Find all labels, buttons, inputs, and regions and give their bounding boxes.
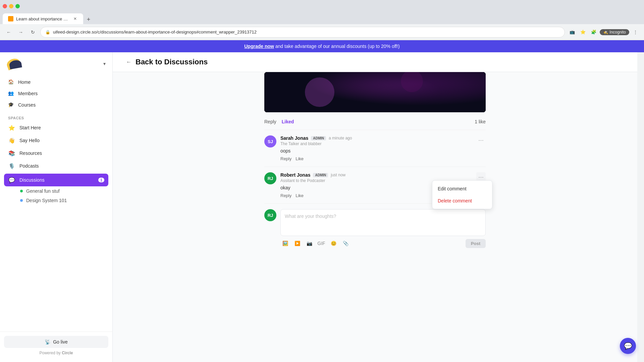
go-live-btn[interactable]: 📡 Go live	[4, 336, 108, 348]
forward-btn[interactable]: →	[16, 27, 25, 37]
design-system-label: Design System 101	[26, 198, 67, 203]
extensions-icon[interactable]: 🧩	[589, 27, 598, 37]
cast-icon[interactable]: 📺	[568, 27, 577, 37]
edit-comment-btn[interactable]: Edit comment	[432, 183, 492, 195]
tab-favicon	[8, 16, 13, 21]
discussions-icon: 💬	[8, 176, 15, 184]
nav-bar: ← → ↻ 🔒 uifeed-design.circle.so/c/discus…	[0, 24, 644, 40]
minimize-window-btn[interactable]	[9, 4, 13, 8]
incognito-label: Incognito	[609, 30, 626, 35]
members-label: Members	[18, 91, 38, 96]
home-icon: 🏠	[8, 79, 14, 85]
back-btn[interactable]: ←	[4, 27, 13, 37]
liked-link[interactable]: Liked	[282, 119, 294, 124]
new-tab-btn[interactable]: +	[84, 15, 93, 24]
page-title: Back to Discussions	[136, 58, 208, 66]
toolbar-attach-icon[interactable]: 📎	[341, 239, 350, 248]
sidebar-item-resources[interactable]: 📚 Resources	[4, 147, 108, 160]
comment-input-wrapper: What are your thoughts? 🖼️ ▶️ 📷 GIF 😊 📎 …	[280, 209, 486, 248]
chat-icon: 💬	[624, 342, 632, 350]
chat-fab[interactable]: 💬	[620, 338, 636, 354]
comment-toolbar: 🖼️ ▶️ 📷 GIF 😊 📎 Post	[280, 239, 486, 248]
sidebar-item-members[interactable]: 👥 Members	[4, 88, 108, 99]
maximize-window-btn[interactable]	[15, 4, 20, 8]
comment-placeholder: What are your thoughts?	[285, 214, 481, 219]
sidebar-sub-general[interactable]: General fun stuf	[4, 186, 108, 196]
delete-comment-btn[interactable]: Delete comment	[432, 195, 492, 207]
refresh-btn[interactable]: ↻	[28, 27, 38, 37]
sidebar-item-home[interactable]: 🏠 Home	[4, 76, 108, 88]
toolbar-image-icon[interactable]: 🖼️	[280, 239, 290, 248]
sidebar-collapse-btn[interactable]: ▾	[103, 61, 106, 66]
svg-rect-2	[264, 72, 486, 112]
comment-textarea[interactable]: What are your thoughts?	[280, 209, 486, 236]
powered-by: Powered by Circle	[4, 348, 108, 358]
toolbar-emoji-icon[interactable]: 😊	[329, 239, 338, 248]
promo-text: and take advantage of our annual discoun…	[274, 44, 400, 49]
podcasts-label: Podcasts	[19, 163, 39, 169]
logo-shape	[7, 58, 27, 70]
likes-count: 1 like	[475, 119, 486, 124]
sidebar-item-discussions[interactable]: 💬 Discussions 1	[4, 174, 108, 186]
sidebar-logo	[7, 58, 27, 70]
main-content: ← Back to Discussions	[113, 52, 637, 362]
comment-sarah-header: Sarah Jonas ADMIN a minute ago	[280, 135, 486, 141]
sarah-reply-btn[interactable]: Reply	[280, 156, 291, 161]
sarah-like-btn[interactable]: Like	[296, 156, 304, 161]
go-live-label: Go live	[53, 339, 68, 345]
reply-link-top[interactable]: Reply	[264, 119, 276, 124]
discussions-badge: 1	[98, 178, 104, 182]
sarah-admin-badge: ADMIN	[311, 136, 326, 140]
sarah-avatar: SJ	[264, 135, 276, 147]
sarah-actions: Reply Like	[280, 156, 486, 161]
close-tab-btn[interactable]: ✕	[72, 16, 78, 21]
window-controls	[3, 4, 20, 8]
address-bar[interactable]: 🔒 uifeed-design.circle.so/c/discussions/…	[40, 27, 565, 38]
toolbar-video-icon[interactable]: ▶️	[292, 239, 302, 248]
toolbar-photo-icon[interactable]: 📷	[305, 239, 314, 248]
robert-like-btn[interactable]: Like	[296, 193, 304, 198]
start-here-icon: ⭐	[8, 124, 15, 131]
actions-row: Reply Liked 1 like	[264, 118, 486, 130]
sidebar-footer: 📡 Go live Powered by Circle	[0, 331, 112, 362]
sarah-time: a minute ago	[329, 136, 352, 140]
say-hello-label: Say Hello	[19, 138, 40, 143]
go-live-icon: 📡	[45, 339, 50, 345]
post-box-avatar: RJ	[264, 209, 276, 221]
sarah-subtitle: The Talker and blabber	[280, 141, 486, 146]
robert-reply-btn[interactable]: Reply	[280, 193, 291, 198]
back-arrow-icon[interactable]: ←	[126, 59, 131, 65]
post-btn[interactable]: Post	[466, 239, 486, 248]
page-header: ← Back to Discussions	[113, 52, 637, 72]
comment-sarah: SJ Sarah Jonas ADMIN a minute ago The Ta…	[264, 130, 486, 167]
sidebar-item-courses[interactable]: 🎓 Courses	[4, 99, 108, 111]
svg-point-3	[305, 77, 334, 107]
courses-label: Courses	[18, 102, 36, 108]
resources-label: Resources	[19, 150, 42, 156]
comment-sarah-body: Sarah Jonas ADMIN a minute ago The Talke…	[280, 135, 486, 161]
upgrade-link[interactable]: Upgrade now	[244, 44, 274, 49]
bookmark-icon[interactable]: ⭐	[578, 27, 588, 37]
active-tab[interactable]: Learn about importance of Desig... ✕	[3, 13, 83, 24]
sarah-more-btn[interactable]: ⋯	[476, 135, 486, 145]
sidebar-item-podcasts[interactable]: 🎙️ Podcasts	[4, 160, 108, 172]
toolbar-gif-icon[interactable]: GIF	[317, 239, 326, 248]
app-body: ▾ 🏠 Home 👥 Members 🎓 Courses	[0, 52, 644, 362]
close-window-btn[interactable]	[3, 4, 7, 8]
context-menu: Edit comment Delete comment	[432, 180, 492, 209]
general-dot	[20, 190, 23, 192]
sidebar-item-say-hello[interactable]: 👋 Say Hello	[4, 134, 108, 147]
sidebar-sub-design-system[interactable]: Design System 101	[4, 196, 108, 205]
comment-input-box: RJ What are your thoughts? 🖼️ ▶️ 📷 GIF	[264, 203, 486, 253]
promo-banner: Upgrade now and take advantage of our an…	[0, 40, 644, 52]
sidebar-item-start-here[interactable]: ⭐ Start Here	[4, 121, 108, 134]
incognito-btn[interactable]: 🕵️ Incognito	[600, 29, 629, 35]
comment-robert: RJ Robert Jonas ADMIN just now Assitant …	[264, 167, 486, 203]
tab-title-text: Learn about importance of Desig...	[16, 16, 70, 21]
more-menu-btn[interactable]: ⋮	[631, 27, 640, 37]
spaces-section-title: Spaces	[0, 112, 112, 121]
robert-author: Robert Jonas	[280, 172, 310, 178]
discussions-label: Discussions	[19, 177, 45, 183]
title-bar	[0, 0, 644, 12]
courses-icon: 🎓	[8, 102, 14, 108]
